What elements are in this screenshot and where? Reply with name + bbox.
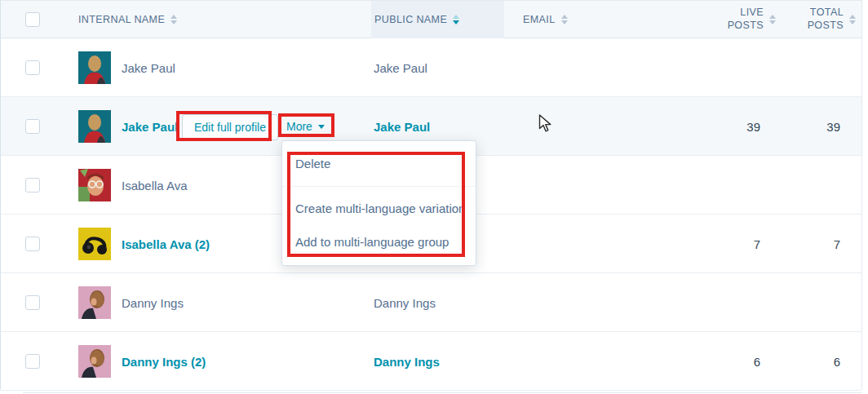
menu-item-add-to-multi-language-group[interactable]: Add to multi-language group [295,235,449,249]
headphones-photo [78,228,111,260]
author-avatar [78,51,111,84]
live-posts-value [711,38,760,97]
more-dropdown-menu: Delete Create multi-language variation A… [281,140,476,266]
select-all-checkbox[interactable] [25,12,40,27]
chevron-down-icon [318,125,325,129]
total-posts-value [791,156,840,215]
public-name-link[interactable]: Danny Ings [374,332,440,391]
next-row-edge [23,392,862,393]
column-header-live-posts[interactable]: LIVE POSTS [702,1,776,38]
column-header-internal-name[interactable]: INTERNAL NAME [78,1,177,38]
column-header-public-name[interactable]: PUBLIC NAME [374,1,459,38]
internal-name-link[interactable]: Danny Ings (2) [122,332,206,391]
total-posts-value [791,273,840,332]
live-posts-value: 6 [711,332,760,391]
jake-paul-photo [78,51,111,84]
internal-name-link[interactable]: Isabella Ava (2) [122,215,210,273]
table-row: Danny Ings (2) Danny Ings 6 6 [1,332,861,391]
sort-icon-active[interactable] [453,15,459,24]
column-label: INTERNAL NAME [78,14,165,25]
public-name: Danny Ings [374,273,436,332]
live-posts-value [711,273,760,332]
column-header-total-posts[interactable]: TOTAL POSTS [782,1,856,38]
row-checkbox[interactable] [25,237,40,251]
total-posts-value: 7 [791,215,840,273]
live-posts-value: 39 [711,97,760,156]
danny-ings-photo [78,286,111,319]
public-name: Jake Paul [374,38,427,97]
column-label: LIVE POSTS [721,7,764,32]
author-avatar [78,228,111,260]
author-avatar [78,345,111,378]
menu-separator [282,186,476,187]
column-label: TOTAL POSTS [801,7,844,32]
live-posts-value [711,156,760,215]
internal-name: Isabella Ava [122,156,188,215]
author-avatar [78,286,111,319]
row-checkbox[interactable] [25,295,40,310]
total-posts-value [791,38,840,97]
row-checkbox[interactable] [25,178,40,193]
internal-name-link[interactable]: Jake Paul [122,97,178,156]
live-posts-value: 7 [711,215,760,273]
table-row: Danny Ings Danny Ings [1,273,861,332]
sort-icon[interactable] [561,15,568,24]
total-posts-value: 6 [791,332,840,391]
menu-item-create-multi-language-variation[interactable]: Create multi-language variation [295,201,465,215]
table-row: Jake Paul Jake Paul [1,38,861,97]
internal-name: Danny Ings [122,273,184,332]
more-label: More [286,120,312,133]
row-checkbox[interactable] [25,354,40,369]
row-checkbox[interactable] [25,60,40,75]
total-posts-value: 39 [791,97,840,156]
authors-table-page: INTERNAL NAME PUBLIC NAME EMAIL LIVE POS… [0,0,868,394]
row-checkbox[interactable] [25,119,40,134]
author-avatar [78,169,111,201]
danny-ings-photo [78,345,111,378]
isabella-ava-photo [78,169,111,201]
sort-icon[interactable] [769,15,776,24]
column-label: EMAIL [523,14,556,25]
column-label: PUBLIC NAME [374,14,447,25]
menu-item-delete[interactable]: Delete [295,157,330,170]
jake-paul-photo [78,110,111,143]
edit-full-profile-button[interactable]: Edit full profile [182,114,278,140]
sort-icon[interactable] [849,15,856,24]
table-header-row: INTERNAL NAME PUBLIC NAME EMAIL LIVE POS… [1,1,861,38]
column-header-email[interactable]: EMAIL [523,1,568,38]
sort-icon[interactable] [170,15,177,24]
author-avatar [78,110,111,143]
internal-name: Jake Paul [122,38,175,97]
